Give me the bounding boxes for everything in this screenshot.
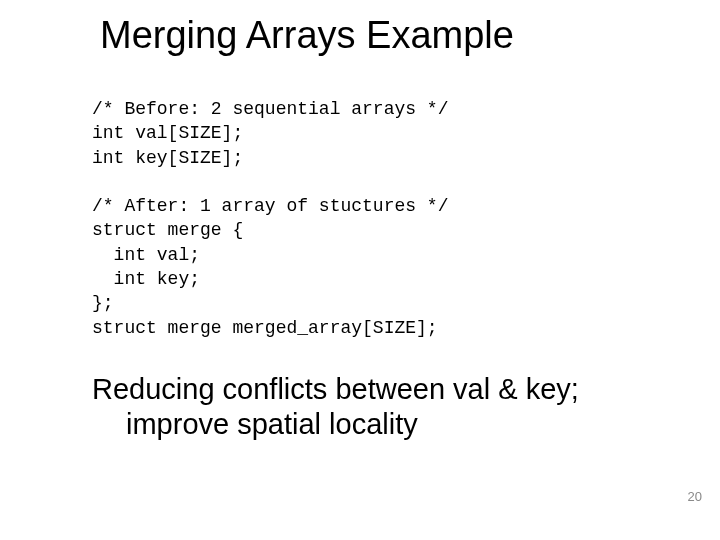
slide-title: Merging Arrays Example bbox=[0, 0, 720, 57]
code-line: int key[SIZE]; bbox=[92, 148, 243, 168]
page-number: 20 bbox=[688, 489, 702, 504]
code-line: struct merge merged_array[SIZE]; bbox=[92, 318, 438, 338]
summary-line: Reducing conflicts between val & key; bbox=[92, 372, 720, 407]
code-line: struct merge { bbox=[92, 220, 243, 240]
code-line: }; bbox=[92, 293, 114, 313]
code-line: int val; bbox=[92, 245, 200, 265]
code-line: /* After: 1 array of stuctures */ bbox=[92, 196, 448, 216]
slide: Merging Arrays Example /* Before: 2 sequ… bbox=[0, 0, 720, 540]
summary-line: improve spatial locality bbox=[92, 407, 720, 442]
summary-text: Reducing conflicts between val & key; im… bbox=[0, 340, 720, 442]
code-line: int val[SIZE]; bbox=[92, 123, 243, 143]
code-line: int key; bbox=[92, 269, 200, 289]
code-block: /* Before: 2 sequential arrays */ int va… bbox=[0, 57, 720, 340]
code-line: /* Before: 2 sequential arrays */ bbox=[92, 99, 448, 119]
